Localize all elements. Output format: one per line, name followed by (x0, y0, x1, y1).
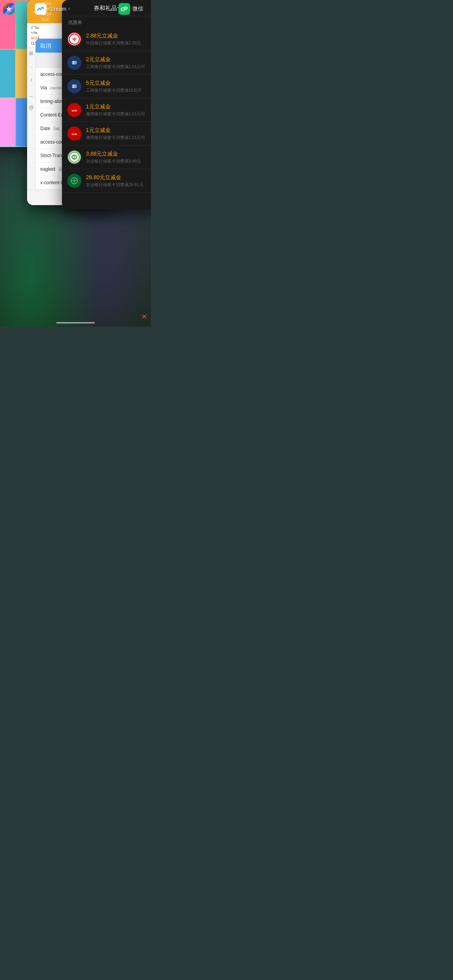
svg-point-3 (122, 9, 123, 10)
home-indicator[interactable] (56, 322, 95, 324)
coupon-info-cmb-2: 1元立减金 微商银行储蓄卡消费满1.01元可 (86, 127, 151, 140)
coupon-title-cmb-1: 1元立减金 (86, 103, 151, 110)
stream-app-label: Stream (49, 6, 66, 12)
coupon-desc-cib: 兴业银行储蓄卡消费满3.89元 (86, 158, 151, 164)
sidebar-at-icon: @ (29, 105, 34, 110)
stream-sidebar: ⊞ · / _ @ (27, 46, 36, 205)
svg-rect-17 (72, 87, 77, 88)
svg-rect-18 (73, 84, 74, 88)
sidebar-dot-icon: · (31, 64, 32, 70)
row-label: eagleid (40, 166, 55, 172)
coupon-info-boc: 2.88元立减金 中国银行储蓄卡消费满2.89元 (86, 33, 151, 46)
coupon-logo-boc: 中 (67, 32, 81, 46)
coupon-desc-icbc-1: 工商银行储蓄卡消费满2.01元可 (86, 64, 151, 70)
sidebar-slash-icon: / (31, 77, 32, 83)
svg-rect-15 (72, 85, 77, 86)
coupon-desc-icbc-2: 工商银行储蓄卡消费满10元可 (86, 87, 151, 93)
svg-rect-13 (73, 61, 74, 65)
coupon-title-cib: 3.88元立减金 (86, 151, 151, 158)
svg-point-5 (125, 8, 126, 9)
photo-cell-5 (0, 98, 15, 146)
svg-rect-12 (72, 63, 77, 64)
app-label-photos (3, 3, 15, 15)
sidebar-grid-icon: ⊞ (29, 50, 33, 56)
coupon-item-icbc-2[interactable]: 5元立减金 工商银行储蓄卡消费满10元可 (62, 75, 151, 98)
coupon-info-icbc-1: 2元立减金 工商银行储蓄卡消费满2.01元可 (86, 56, 151, 70)
coupon-desc-cmb-2: 微商银行储蓄卡消费满1.01元可 (86, 135, 151, 140)
svg-point-6 (126, 8, 127, 9)
svg-text:ank: ank (72, 109, 77, 112)
wechat-back-btn[interactable]: ‹ (68, 5, 70, 12)
coupon-info-cmb-1: 1元立减金 微商银行储蓄卡消费满1.01元可 (86, 103, 151, 117)
coupon-logo-icbc-1 (67, 56, 81, 70)
app-label-stream: Stream (35, 3, 66, 15)
coupon-title-cmb-2: 1元立减金 (86, 127, 151, 134)
app-label-wechat: 微信 (118, 3, 143, 15)
svg-rect-16 (72, 86, 77, 87)
coupon-title-icbc-1: 2元立减金 (86, 56, 151, 63)
stream-app-icon (35, 3, 46, 15)
coupon-desc-abc: 农业银行储蓄卡消费满28.81元 (86, 182, 151, 188)
photos-app-icon (3, 3, 15, 15)
coupon-info-cib: 3.88元立减金 兴业银行储蓄卡消费满3.89元 (86, 151, 151, 164)
coupon-logo-cmb-1: ank (67, 103, 81, 117)
coupon-title-abc: 28.80元立减金 (86, 174, 151, 181)
coupon-logo-abc (67, 174, 81, 188)
card-wechat[interactable]: ‹ 券和礼品卡 优惠券 中 2.88元立减金 中国银行储蓄卡消费满2.89元 (62, 0, 151, 209)
row-label: Via (40, 85, 47, 91)
photo-cell-3 (0, 50, 15, 98)
svg-text:中: 中 (72, 37, 77, 42)
coupon-item-cib[interactable]: 3.88元立减金 兴业银行储蓄卡消费满3.89元 (62, 146, 151, 169)
svg-text:ank: ank (72, 132, 77, 136)
wechat-coupons-section: 优惠券 (62, 16, 151, 27)
svg-point-4 (124, 9, 124, 10)
coupon-title-icbc-2: 5元立减金 (86, 80, 151, 87)
coupon-title-boc: 2.88元立减金 (86, 33, 151, 39)
stream-cancel-btn[interactable]: 取消 (40, 43, 51, 50)
coupon-logo-icbc-2 (67, 79, 81, 93)
coupon-info-icbc-2: 5元立减金 工商银行储蓄卡消费满10元可 (86, 80, 151, 93)
coupon-item-cmb-1[interactable]: ank 1元立减金 微商银行储蓄卡消费满1.01元可 (62, 98, 151, 122)
coupon-logo-cib (67, 150, 81, 164)
coupon-desc-cmb-1: 微商银行储蓄卡消费满1.01元可 (86, 111, 151, 117)
coupon-item-abc[interactable]: 28.80元立减金 农业银行储蓄卡消费满28.81元 (62, 169, 151, 193)
coupon-item-boc[interactable]: 中 2.88元立减金 中国银行储蓄卡消费满2.89元 (62, 27, 151, 51)
coupon-item-icbc-1[interactable]: 2元立减金 工商银行储蓄卡消费满2.01元可 (62, 51, 151, 75)
sidebar-dash-icon: _ (30, 91, 33, 97)
wechat-app-label: 微信 (132, 5, 143, 12)
row-label: Date (40, 126, 50, 131)
coupon-item-cmb-2[interactable]: ank 1元立减金 微商银行储蓄卡消费满1.01元可 (62, 122, 151, 146)
red-badge: ✕ (141, 312, 147, 321)
coupon-desc-boc: 中国银行储蓄卡消费满2.89元 (86, 40, 151, 46)
coupon-info-abc: 28.80元立减金 农业银行储蓄卡消费满28.81元 (86, 174, 151, 188)
svg-rect-11 (72, 62, 77, 63)
svg-rect-10 (72, 61, 77, 62)
coupon-logo-cmb-2: ank (67, 127, 81, 140)
wechat-app-icon (118, 3, 130, 15)
